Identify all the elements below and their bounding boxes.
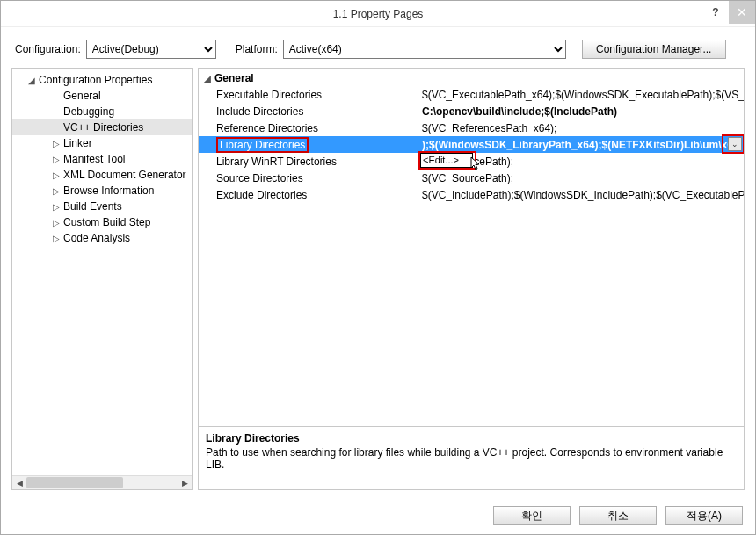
description-pane: Library Directories Path to use when sea… xyxy=(199,426,744,489)
tree-item-codeanalysis[interactable]: ▷Code Analysis xyxy=(12,230,192,246)
apply-button[interactable]: 적용(A) xyxy=(665,506,743,525)
prop-source-dirs[interactable]: Source Directories $(VC_SourcePath); xyxy=(199,170,744,186)
prop-reference-dirs[interactable]: Reference Directories $(VC_ReferencesPat… xyxy=(199,119,744,136)
tree-item-xmldoc[interactable]: ▷XML Document Generator xyxy=(12,167,192,183)
config-tree[interactable]: ◢ Configuration Properties ▷General ▷Deb… xyxy=(12,69,192,475)
prop-library-dirs[interactable]: Library Directories );$(WindowsSDK_Libra… xyxy=(199,136,744,153)
expand-caret-icon: ▷ xyxy=(51,218,62,228)
collapse-caret-icon: ◢ xyxy=(202,74,213,83)
description-title: Library Directories xyxy=(206,432,737,445)
cancel-button[interactable]: 취소 xyxy=(579,506,657,525)
tree-root[interactable]: ◢ Configuration Properties xyxy=(12,72,192,88)
platform-select[interactable]: Active(x64) xyxy=(283,40,566,59)
help-button[interactable]: ? xyxy=(702,1,729,24)
property-pane: ◢ General Executable Directories $(VC_Ex… xyxy=(198,68,745,490)
tree-item-debugging[interactable]: ▷Debugging xyxy=(12,104,192,119)
footer: 확인 취소 적용(A) xyxy=(1,497,755,534)
description-text: Path to use when searching for library f… xyxy=(206,446,737,471)
prop-exec-dirs[interactable]: Executable Directories $(VC_ExecutablePa… xyxy=(199,86,744,103)
expand-caret-icon: ▷ xyxy=(51,186,62,196)
expand-caret-icon: ▷ xyxy=(51,202,62,212)
titlebar-controls: ? ✕ xyxy=(702,1,755,24)
config-manager-button[interactable]: Configuration Manager... xyxy=(582,40,726,59)
close-button[interactable]: ✕ xyxy=(729,1,755,24)
tree-item-linker[interactable]: ▷Linker xyxy=(12,135,192,151)
expand-caret-icon: ▷ xyxy=(51,170,62,180)
tree-item-vcdirs[interactable]: ▷VC++ Directories xyxy=(12,119,192,135)
tree-root-label: Configuration Properties xyxy=(39,74,152,86)
titlebar: 1.1 Property Pages ? ✕ xyxy=(1,1,755,27)
chevron-down-icon: ⌄ xyxy=(731,140,738,148)
dropdown-button[interactable]: ⌄ xyxy=(728,137,742,151)
collapse-caret-icon: ◢ xyxy=(26,76,37,85)
platform-label: Platform: xyxy=(236,43,278,55)
group-header[interactable]: ◢ General xyxy=(199,70,744,86)
body: ◢ Configuration Properties ▷General ▷Deb… xyxy=(1,68,755,497)
tree-item-custombuild[interactable]: ▷Custom Build Step xyxy=(12,214,192,230)
tree-item-browse[interactable]: ▷Browse Information xyxy=(12,183,192,199)
dialog-title: 1.1 Property Pages xyxy=(333,8,424,20)
prop-exclude-dirs[interactable]: Exclude Directories $(VC_IncludePath);$(… xyxy=(199,186,744,203)
tree-item-buildevents[interactable]: ▷Build Events xyxy=(12,199,192,214)
tree-pane: ◢ Configuration Properties ▷General ▷Deb… xyxy=(11,68,193,490)
group-label: General xyxy=(214,72,254,84)
property-list[interactable]: ◢ General Executable Directories $(VC_Ex… xyxy=(199,69,744,426)
edit-dropdown-item[interactable]: <Edit...> xyxy=(420,153,473,168)
prop-include-dirs[interactable]: Include Directories C:\opencv\build\incl… xyxy=(199,103,744,119)
scroll-thumb[interactable] xyxy=(26,477,123,488)
highlight-name-box: Library Directories xyxy=(216,137,309,153)
configuration-select[interactable]: Active(Debug) xyxy=(86,40,216,59)
expand-caret-icon: ▷ xyxy=(51,234,62,243)
configuration-label: Configuration: xyxy=(15,43,81,55)
expand-caret-icon: ▷ xyxy=(51,139,62,148)
tree-hscrollbar[interactable]: ◀ ▶ xyxy=(12,475,192,489)
config-row: Configuration: Active(Debug) Platform: A… xyxy=(1,27,755,68)
expand-caret-icon: ▷ xyxy=(51,155,62,164)
scroll-right-icon[interactable]: ▶ xyxy=(178,476,192,490)
tree-item-manifest[interactable]: ▷Manifest Tool xyxy=(12,151,192,167)
ok-button[interactable]: 확인 xyxy=(493,506,571,525)
tree-item-general[interactable]: ▷General xyxy=(12,88,192,104)
dialog-window: 1.1 Property Pages ? ✕ Configuration: Ac… xyxy=(0,0,756,535)
scroll-left-icon[interactable]: ◀ xyxy=(12,476,26,490)
